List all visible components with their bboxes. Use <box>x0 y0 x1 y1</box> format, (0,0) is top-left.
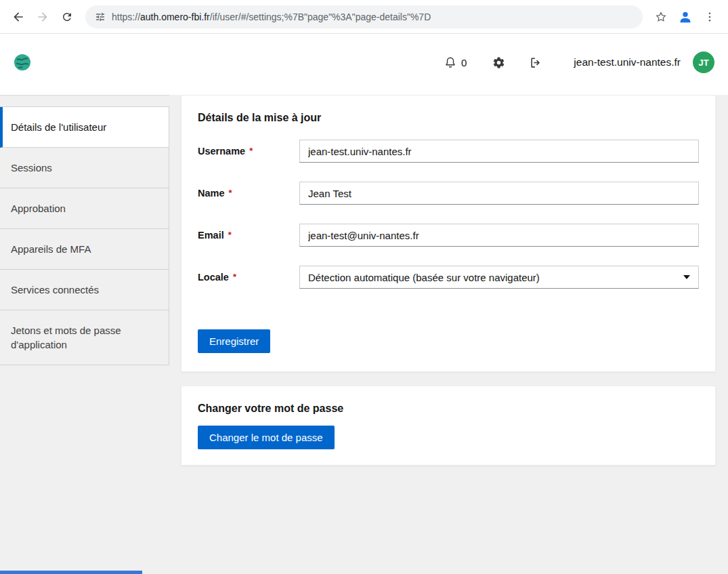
email-label: Email* <box>198 230 299 241</box>
kebab-menu-icon <box>704 11 716 23</box>
sidebar-item-consent[interactable]: Approbation <box>0 188 169 229</box>
address-bar[interactable]: https://auth.omero-fbi.fr/if/user/#/sett… <box>85 5 643 28</box>
content: Détails de l'utilisateur Sessions Approb… <box>0 95 728 466</box>
locale-select[interactable]: Détection automatique (basée sur votre n… <box>299 266 699 289</box>
account-name: jean-test.univ-nantes.fr <box>574 56 681 68</box>
sidebar-item-sessions[interactable]: Sessions <box>0 148 169 188</box>
sidebar-item-label: Services connectés <box>11 284 99 295</box>
locale-label: Locale* <box>198 272 299 283</box>
settings-nav-list: Détails de l'utilisateur Sessions Approb… <box>0 106 169 365</box>
back-arrow-icon <box>12 10 25 24</box>
required-asterisk: * <box>229 188 232 198</box>
locale-selected-value: Détection automatique (basée sur votre n… <box>308 272 540 283</box>
sign-out-button[interactable] <box>530 56 542 69</box>
locale-row: Locale* Détection automatique (basée sur… <box>198 266 699 289</box>
url-path: /if/user/#/settings;%7B"page"%3A"page-de… <box>210 12 431 22</box>
name-row: Name* <box>198 182 699 205</box>
details-card: Détails de la mise à jour Username* Name… <box>181 95 716 372</box>
email-row: Email* <box>198 224 699 247</box>
site-settings-icon[interactable] <box>95 12 106 22</box>
settings-nav: Détails de l'utilisateur Sessions Approb… <box>0 95 169 365</box>
required-asterisk: * <box>249 146 253 156</box>
sidebar-item-label: Jetons et mots de passe d'application <box>11 325 121 350</box>
name-label: Name* <box>198 188 299 199</box>
browser-profile-button[interactable] <box>674 5 697 28</box>
url-scheme: https:// <box>112 12 140 22</box>
forward-button[interactable] <box>31 5 54 28</box>
status-strip <box>0 571 142 574</box>
password-card-title: Changer votre mot de passe <box>198 403 699 415</box>
bell-icon <box>444 56 456 68</box>
password-card: Changer votre mot de passe Changer le mo… <box>181 386 716 466</box>
url-text: https://auth.omero-fbi.fr/if/user/#/sett… <box>112 12 431 22</box>
forward-arrow-icon <box>36 10 49 24</box>
required-asterisk: * <box>233 272 236 282</box>
browser-menu-button[interactable] <box>698 5 721 28</box>
sidebar-item-label: Sessions <box>11 162 52 173</box>
sidebar-item-user-details[interactable]: Détails de l'utilisateur <box>0 107 169 148</box>
save-button[interactable]: Enregistrer <box>198 329 270 353</box>
url-domain: auth.omero-fbi.fr <box>140 12 210 22</box>
header-actions: 0 jean-test.univ-nantes.fr JT <box>444 52 714 73</box>
settings-button[interactable] <box>492 56 505 69</box>
change-password-button[interactable]: Changer le mot de passe <box>198 426 335 449</box>
star-icon <box>655 11 667 23</box>
browser-toolbar: https://auth.omero-fbi.fr/if/user/#/sett… <box>0 0 728 34</box>
avatar[interactable]: JT <box>693 52 714 73</box>
username-label: Username* <box>198 146 299 157</box>
notification-count: 0 <box>461 57 467 68</box>
app-header: 0 jean-test.univ-nantes.fr JT <box>0 34 728 95</box>
app-logo[interactable] <box>14 54 31 71</box>
reload-button[interactable] <box>56 5 79 28</box>
required-asterisk: * <box>228 230 232 240</box>
back-button[interactable] <box>7 5 30 28</box>
sidebar-item-tokens-app-passwords[interactable]: Jetons et mots de passe d'application <box>0 310 169 365</box>
sidebar-item-mfa-devices[interactable]: Appareils de MFA <box>0 229 169 270</box>
name-input[interactable] <box>299 182 699 205</box>
sidebar-item-connected-services[interactable]: Services connectés <box>0 270 169 310</box>
sidebar-item-label: Appareils de MFA <box>11 243 91 255</box>
username-row: Username* <box>198 140 699 163</box>
bookmark-star-button[interactable] <box>649 5 672 28</box>
gear-icon <box>492 56 505 69</box>
sidebar-item-label: Approbation <box>11 203 66 214</box>
logo-icon <box>14 54 31 71</box>
main-panel: Détails de la mise à jour Username* Name… <box>169 95 728 466</box>
sign-out-icon <box>530 56 542 69</box>
email-input[interactable] <box>299 224 699 247</box>
details-card-title: Détails de la mise à jour <box>198 112 699 124</box>
sidebar-item-label: Détails de l'utilisateur <box>11 121 106 133</box>
reload-icon <box>61 11 73 23</box>
notifications-button[interactable]: 0 <box>444 56 467 68</box>
username-input[interactable] <box>299 140 699 163</box>
chevron-down-icon <box>683 275 690 279</box>
profile-person-icon <box>678 9 693 24</box>
